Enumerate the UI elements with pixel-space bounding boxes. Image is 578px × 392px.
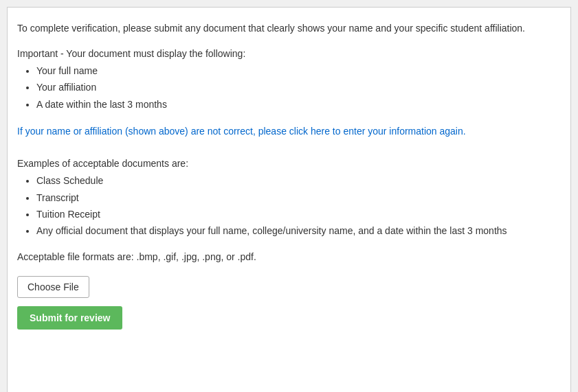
requirements-list: Your full name Your affiliation A date w… <box>17 63 554 112</box>
example-item-transcript: Transcript <box>36 190 554 205</box>
intro-text: To complete verification, please submit … <box>17 21 554 36</box>
file-formats-text: Acceptable file formats are: .bmp, .gif,… <box>17 251 554 262</box>
submit-button[interactable]: Submit for review <box>17 306 122 330</box>
example-item-class-schedule: Class Schedule <box>36 173 554 188</box>
requirement-item-date: A date within the last 3 months <box>36 97 554 112</box>
requirement-item-affiliation: Your affiliation <box>36 80 554 95</box>
requirement-item-name: Your full name <box>36 63 554 78</box>
choose-file-button[interactable]: Choose File <box>17 276 89 298</box>
example-item-official-doc: Any official document that displays your… <box>36 223 554 238</box>
examples-label: Examples of acceptable documents are: <box>17 158 554 169</box>
important-label: Important - Your document must display t… <box>17 48 554 59</box>
correction-link[interactable]: If your name or affiliation (shown above… <box>17 124 554 139</box>
examples-list: Class Schedule Transcript Tuition Receip… <box>17 173 554 239</box>
main-container: To complete verification, please submit … <box>7 7 571 392</box>
example-item-tuition-receipt: Tuition Receipt <box>36 207 554 222</box>
